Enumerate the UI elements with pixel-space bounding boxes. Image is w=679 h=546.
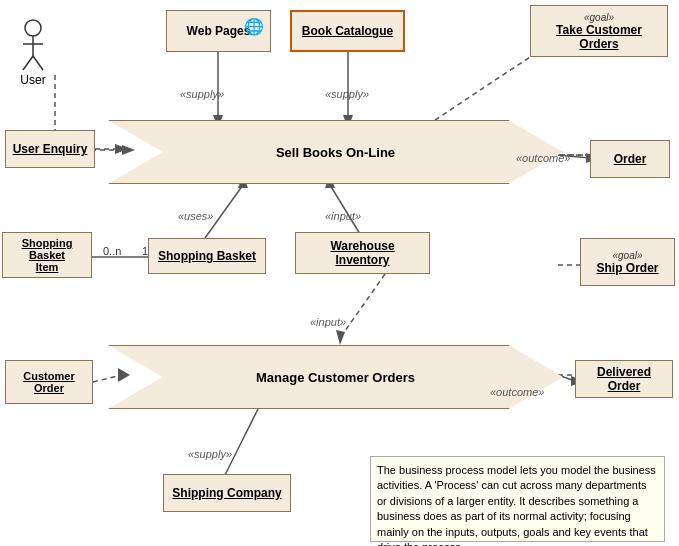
svg-line-33 <box>33 56 43 70</box>
warehouse-inventory-label: Warehouse Inventory <box>302 239 423 267</box>
sell-books-process: Sell Books On-Line <box>108 120 563 184</box>
customer-order-box: CustomerOrder <box>5 360 93 404</box>
delivered-order-label: Delivered Order <box>582 365 666 393</box>
shopping-basket-item-box: Shopping BasketItem <box>2 232 92 278</box>
book-catalogue-box: Book Catalogue <box>290 10 405 52</box>
actor-icon <box>18 18 48 73</box>
supply2-label: «supply» <box>325 88 369 100</box>
manage-orders-label: Manage Customer Orders <box>256 370 415 385</box>
svg-line-22 <box>225 405 260 475</box>
mult2: 1 <box>142 245 148 257</box>
user-actor: User <box>18 18 48 87</box>
sell-books-label: Sell Books On-Line <box>276 145 395 160</box>
shopping-basket-item-label: Shopping BasketItem <box>9 237 85 273</box>
web-pages-box: Web Pages 🌐 <box>166 10 271 52</box>
svg-marker-20 <box>118 368 130 382</box>
ship-order-stereotype: «goal» <box>612 250 642 261</box>
shopping-basket-label: Shopping Basket <box>158 249 256 263</box>
svg-marker-18 <box>336 330 345 345</box>
take-customer-orders-stereotype: «goal» <box>584 12 614 23</box>
svg-line-19 <box>93 375 122 382</box>
uses1-label: «uses» <box>178 210 213 222</box>
outcome1-label: «outcome» <box>516 152 570 164</box>
input2-label: «input» <box>310 316 346 328</box>
diagram: User Web Pages 🌐 Book Catalogue «goal» T… <box>0 0 679 546</box>
shopping-basket-box: Shopping Basket <box>148 238 266 274</box>
ship-order-label: Ship Order <box>596 261 658 275</box>
outcome2-label: «outcome» <box>490 386 544 398</box>
user-enquiry-label: User Enquiry <box>13 142 88 156</box>
delivered-order-box: Delivered Order <box>575 360 673 398</box>
user-enquiry-box: User Enquiry <box>5 130 95 168</box>
svg-line-17 <box>340 274 385 338</box>
annotation-box: The business process model lets you mode… <box>370 456 665 542</box>
svg-marker-2 <box>122 145 135 155</box>
web-pages-label: Web Pages <box>187 24 251 38</box>
manage-orders-process: Manage Customer Orders <box>108 345 563 409</box>
annotation-text: The business process model lets you mode… <box>377 464 656 546</box>
input1-label: «input» <box>325 210 361 222</box>
web-pages-icon: 🌐 <box>244 17 264 36</box>
svg-point-29 <box>25 20 41 36</box>
warehouse-inventory-box: Warehouse Inventory <box>295 232 430 274</box>
order-box: Order <box>590 140 670 178</box>
shipping-company-label: Shipping Company <box>172 486 281 500</box>
take-customer-orders-box: «goal» Take Customer Orders <box>530 5 668 57</box>
supply1-label: «supply» <box>180 88 224 100</box>
svg-line-24 <box>420 57 530 130</box>
user-label: User <box>20 73 45 87</box>
shipping-company-box: Shipping Company <box>163 474 291 512</box>
take-customer-orders-label: Take Customer Orders <box>537 23 661 51</box>
mult1: 0..n <box>103 245 121 257</box>
supply3-label: «supply» <box>188 448 232 460</box>
svg-marker-4 <box>115 144 128 154</box>
svg-line-32 <box>23 56 33 70</box>
customer-order-label: CustomerOrder <box>23 370 74 394</box>
order-label: Order <box>614 152 647 166</box>
book-catalogue-label: Book Catalogue <box>302 24 393 38</box>
ship-order-box: «goal» Ship Order <box>580 238 675 286</box>
